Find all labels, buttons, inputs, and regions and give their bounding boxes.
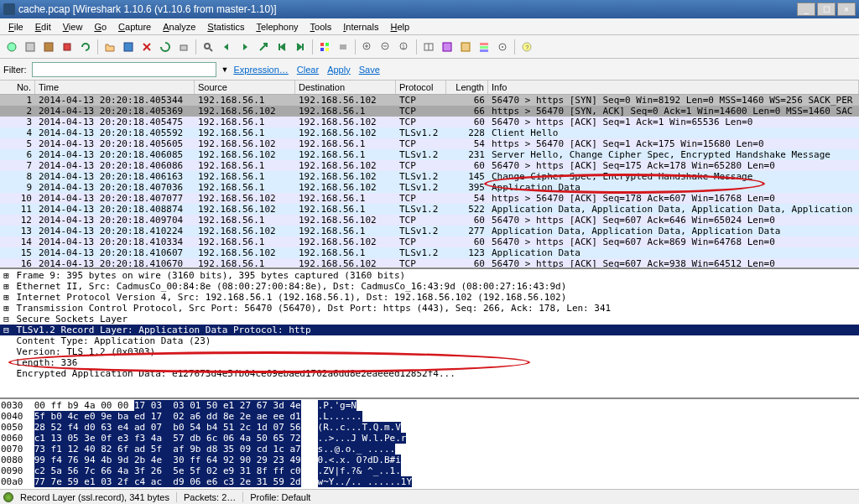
- col-no[interactable]: No.: [0, 81, 35, 94]
- open-icon[interactable]: [102, 39, 118, 55]
- menu-internals[interactable]: Internals: [338, 20, 383, 34]
- col-dst[interactable]: Destination: [295, 81, 396, 94]
- last-icon[interactable]: [292, 39, 309, 55]
- goto-icon[interactable]: [255, 39, 272, 55]
- close-file-icon[interactable]: [138, 39, 155, 55]
- menu-help[interactable]: Help: [385, 20, 414, 34]
- detail-line[interactable]: Encrypted Application Data: e127673d4e5f…: [0, 368, 859, 379]
- packet-row[interactable]: 12014-04-13 20:20:18.405344192.168.56.11…: [0, 95, 859, 106]
- coloring-rules-icon[interactable]: [476, 39, 492, 55]
- packet-row[interactable]: 162014-04-13 20:20:18.410670192.168.56.1…: [0, 258, 859, 269]
- autoscroll-icon[interactable]: [335, 39, 351, 55]
- zoom-in-icon[interactable]: [359, 39, 376, 55]
- hex-line[interactable]: 0060 c1 13 05 3e 0f e3 f3 4a 57 db 6c 06…: [1, 433, 858, 444]
- detail-line[interactable]: ⊞ Ethernet II, Src: CadmusCo_00:84:8e (0…: [0, 281, 859, 292]
- svg-rect-27: [480, 49, 488, 52]
- maximize-button[interactable]: ☐: [817, 3, 836, 16]
- detail-line[interactable]: ⊞ Internet Protocol Version 4, Src: 192.…: [0, 292, 859, 303]
- reload-icon[interactable]: [157, 39, 174, 55]
- svg-rect-23: [443, 43, 451, 51]
- stop-icon[interactable]: [59, 39, 75, 55]
- filter-input[interactable]: [32, 62, 216, 77]
- capture-filters-icon[interactable]: [439, 39, 456, 55]
- menu-edit[interactable]: Edit: [30, 20, 56, 34]
- col-len[interactable]: Length: [446, 81, 488, 94]
- svg-point-8: [205, 44, 210, 49]
- restart-icon[interactable]: [77, 39, 94, 55]
- forward-icon[interactable]: [237, 39, 253, 55]
- menu-analyze[interactable]: Analyze: [158, 20, 200, 34]
- col-proto[interactable]: Protocol: [396, 81, 446, 94]
- detail-line[interactable]: Content Type: Application Data (23): [0, 335, 859, 346]
- menu-capture[interactable]: Capture: [113, 20, 156, 34]
- menu-tools[interactable]: Tools: [305, 20, 337, 34]
- print-icon[interactable]: [175, 39, 192, 55]
- expression-link[interactable]: Expression…: [233, 65, 288, 75]
- minimize-button[interactable]: _: [797, 3, 815, 16]
- menu-statistics[interactable]: Statistics: [202, 20, 249, 34]
- interfaces-icon[interactable]: [3, 39, 20, 55]
- titlebar: cache.pcap [Wireshark 1.10.6 (v1.10.6 fr…: [0, 0, 859, 18]
- hex-line[interactable]: 0050 28 52 f4 d0 63 e4 ad 07 b0 54 b4 51…: [1, 422, 858, 433]
- find-icon[interactable]: [200, 39, 216, 55]
- save-link[interactable]: Save: [359, 65, 380, 75]
- resize-cols-icon[interactable]: [420, 39, 437, 55]
- packet-details[interactable]: ⊞ Frame 9: 395 bytes on wire (3160 bits)…: [0, 269, 859, 399]
- packet-row[interactable]: 142014-04-13 20:20:18.410334192.168.56.1…: [0, 236, 859, 247]
- packet-row[interactable]: 92014-04-13 20:20:18.407036192.168.56.11…: [0, 182, 859, 193]
- apply-link[interactable]: Apply: [327, 65, 351, 75]
- packet-row[interactable]: 152014-04-13 20:20:18.410607192.168.56.1…: [0, 247, 859, 258]
- hex-line[interactable]: 00a0 77 7e 59 e1 03 2f c4 ac d9 06 e6 c3…: [1, 476, 858, 487]
- packet-row[interactable]: 122014-04-13 20:20:18.409704192.168.56.1…: [0, 215, 859, 226]
- start-icon[interactable]: [40, 39, 57, 55]
- hex-line[interactable]: 0080 99 f4 76 94 4b 9d 2b 4e 30 ff 64 92…: [1, 455, 858, 465]
- help-icon[interactable]: ?: [518, 39, 535, 55]
- detail-line[interactable]: ⊞ Transmission Control Protocol, Src Por…: [0, 303, 859, 314]
- packet-row[interactable]: 72014-04-13 20:20:18.406086192.168.56.11…: [0, 160, 859, 171]
- col-time[interactable]: Time: [35, 81, 195, 94]
- first-icon[interactable]: [273, 39, 290, 55]
- hex-pane[interactable]: 0030 00 ff b9 4a 00 00 17 03 03 01 50 e1…: [0, 399, 859, 489]
- colorize-icon[interactable]: [316, 39, 333, 55]
- menu-go[interactable]: Go: [89, 20, 112, 34]
- detail-line[interactable]: Length: 336: [0, 357, 859, 368]
- menu-view[interactable]: View: [58, 20, 88, 34]
- menu-telephony[interactable]: Telephony: [251, 20, 303, 34]
- packet-row[interactable]: 42014-04-13 20:20:18.405592192.168.56.11…: [0, 127, 859, 138]
- display-filters-icon[interactable]: [457, 39, 474, 55]
- close-button[interactable]: ×: [837, 3, 856, 16]
- save-icon[interactable]: [120, 39, 137, 55]
- detail-line[interactable]: Version: TLS 1.2 (0x0303): [0, 346, 859, 357]
- menu-file[interactable]: File: [3, 20, 29, 34]
- clear-link[interactable]: Clear: [297, 65, 319, 75]
- back-icon[interactable]: [218, 39, 235, 55]
- status-layer: Record Layer (ssl.record), 341 bytes: [20, 492, 177, 502]
- packet-row[interactable]: 112014-04-13 20:20:18.408874192.168.56.1…: [0, 204, 859, 215]
- packet-row[interactable]: 62014-04-13 20:20:18.406085192.168.56.10…: [0, 149, 859, 160]
- filter-bar: Filter: ▼ Expression… Clear Apply Save: [0, 59, 859, 81]
- detail-line[interactable]: ⊞ Frame 9: 395 bytes on wire (3160 bits)…: [0, 270, 859, 281]
- zoom-reset-icon[interactable]: 1: [396, 39, 413, 55]
- packet-row[interactable]: 22014-04-13 20:20:18.405369192.168.56.10…: [0, 106, 859, 117]
- zoom-out-icon[interactable]: [377, 39, 394, 55]
- packet-row[interactable]: 132014-04-13 20:20:18.410224192.168.56.1…: [0, 226, 859, 236]
- expert-info-icon[interactable]: [3, 492, 13, 502]
- svg-rect-10: [320, 43, 324, 46]
- col-info[interactable]: Info: [488, 81, 859, 94]
- detail-line[interactable]: ⊟ Secure Sockets Layer: [0, 314, 859, 325]
- hex-line[interactable]: 0030 00 ff b9 4a 00 00 17 03 03 01 50 e1…: [1, 400, 858, 411]
- packet-row[interactable]: 52014-04-13 20:20:18.405605192.168.56.10…: [0, 138, 859, 149]
- packet-row[interactable]: 82014-04-13 20:20:18.406163192.168.56.11…: [0, 171, 859, 182]
- hex-line[interactable]: 0070 73 f1 12 40 82 6f ad 5f af 9b d8 35…: [1, 444, 858, 455]
- hex-line[interactable]: 0090 c2 5a 56 7c 66 4a 3f 26 5e 5f 02 e9…: [1, 465, 858, 476]
- col-src[interactable]: Source: [195, 81, 295, 94]
- packet-list[interactable]: No. Time Source Destination Protocol Len…: [0, 81, 859, 269]
- hex-line[interactable]: 0040 5f b0 4c e0 9e ba ed 17 02 a6 dd 8e…: [1, 411, 858, 422]
- prefs-icon[interactable]: [494, 39, 511, 55]
- packet-row[interactable]: 102014-04-13 20:20:18.407077192.168.56.1…: [0, 193, 859, 204]
- svg-rect-13: [325, 48, 329, 51]
- svg-rect-25: [480, 43, 488, 45]
- options-icon[interactable]: [22, 39, 39, 55]
- packet-row[interactable]: 32014-04-13 20:20:18.405475192.168.56.11…: [0, 117, 859, 127]
- detail-line[interactable]: ⊟ TLSv1.2 Record Layer: Application Data…: [0, 325, 859, 335]
